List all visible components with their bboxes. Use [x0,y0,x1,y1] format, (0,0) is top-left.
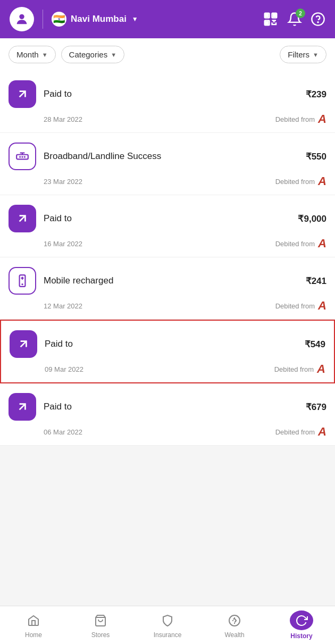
nav-item-wealth[interactable]: Wealth [201,606,268,644]
debit-info: Debited from A [275,426,326,438]
nav-item-insurance[interactable]: Insurance [134,606,201,644]
bank-logo: A [318,113,326,125]
avatar[interactable] [10,7,34,31]
debit-info: Debited from A [275,300,326,312]
categories-chevron-icon: ▼ [111,52,116,58]
debit-info: Debited from A [275,238,326,249]
location-text: Navi Mumbai [71,14,127,24]
bank-logo: A [318,300,326,312]
filter-bar: Month ▼ Categories ▼ Filters ▼ [0,38,335,71]
notification-badge: 2 [296,9,305,18]
transaction-icon [9,205,36,232]
header-divider [43,10,43,29]
transaction-icon [9,393,36,421]
transaction-amount: ₹239 [306,89,326,100]
debit-label: Debited from [275,178,315,186]
transaction-amount: ₹549 [305,339,325,350]
transaction-date: 16 Mar 2022 [44,240,82,248]
transaction-date: 09 Mar 2022 [45,365,83,373]
bank-logo: A [318,175,326,187]
svg-point-23 [229,615,240,626]
table-row[interactable]: Mobile recharged ₹241 12 Mar 2022 Debite… [0,257,335,320]
flag-icon: 🇮🇳 [52,12,66,27]
debit-label: Debited from [275,428,315,436]
nav-label-home: Home [25,631,42,639]
nav-label-insurance: Insurance [154,631,182,639]
svg-line-20 [21,341,27,347]
svg-line-9 [20,91,26,97]
transaction-title: Paid to [45,339,297,349]
table-row[interactable]: Paid to ₹239 28 Mar 2022 Debited from A [0,71,335,133]
month-label: Month [16,50,39,59]
transaction-amount: ₹241 [306,275,326,287]
transaction-title: Broadband/Landline Success [44,151,298,162]
bank-logo: A [318,238,326,249]
bottom-navigation: Home Stores Insurance Wealth [0,606,335,644]
location-chevron-icon: ▼ [132,15,138,23]
filters-chevron-icon: ▼ [313,52,319,58]
month-filter[interactable]: Month ▼ [9,46,56,63]
stores-icon [92,612,109,629]
table-row[interactable]: Paid to ₹679 06 Mar 2022 Debited from A [0,383,335,446]
categories-filter[interactable]: Categories ▼ [61,46,124,63]
svg-line-16 [20,216,26,222]
transaction-icon [10,330,37,358]
debit-label: Debited from [275,302,315,310]
app-header: 🇮🇳 Navi Mumbai ▼ 2 [0,0,335,38]
filters-label: Filters [288,50,309,59]
nav-label-history: History [290,632,312,640]
svg-rect-6 [266,22,268,24]
nav-item-stores[interactable]: Stores [67,606,134,644]
transaction-amount: ₹550 [306,151,326,162]
transaction-date: 06 Mar 2022 [44,428,82,436]
filters-button[interactable]: Filters ▼ [280,46,326,63]
transaction-title: Paid to [44,89,298,99]
nav-item-home[interactable]: Home [0,606,67,644]
bank-logo: A [318,426,326,438]
broadband-icon [9,143,36,170]
transaction-title: Mobile recharged [44,275,298,286]
location-selector[interactable]: 🇮🇳 Navi Mumbai ▼ [52,12,257,27]
svg-rect-5 [273,14,275,16]
transaction-list: Paid to ₹239 28 Mar 2022 Debited from A [0,71,335,446]
debit-info: Debited from A [274,363,325,375]
wealth-icon [226,612,243,629]
transaction-date: 12 Mar 2022 [44,302,82,310]
table-row[interactable]: Paid to ₹9,000 16 Mar 2022 Debited from … [0,195,335,257]
nav-label-wealth: Wealth [224,631,244,639]
debit-info: Debited from A [275,175,326,187]
insurance-icon [159,612,176,629]
notification-button[interactable]: 2 [287,12,302,27]
transaction-date: 28 Mar 2022 [44,115,82,123]
svg-rect-4 [266,14,268,16]
nav-label-stores: Stores [91,631,110,639]
history-icon [290,610,313,630]
table-row[interactable]: Broadband/Landline Success ₹550 23 Mar 2… [0,133,335,195]
month-chevron-icon: ▼ [42,52,48,58]
home-icon [25,612,42,629]
debit-label: Debited from [275,115,315,123]
header-actions: 2 [263,11,325,27]
transaction-amount: ₹9,000 [298,213,326,224]
debit-label: Debited from [274,365,314,373]
transaction-title: Paid to [44,402,298,412]
svg-point-0 [19,14,24,19]
table-row[interactable]: Paid to ₹549 09 Mar 2022 Debited from A [0,320,335,383]
nav-item-history[interactable]: History [268,606,335,644]
transaction-date: 23 Mar 2022 [44,178,82,186]
categories-label: Categories [69,50,108,59]
help-button[interactable] [311,12,325,27]
svg-line-21 [20,404,26,410]
bank-logo: A [317,363,325,375]
transaction-amount: ₹679 [306,402,326,413]
transaction-icon [9,80,36,108]
qr-code-button[interactable] [263,11,279,27]
debit-info: Debited from A [275,113,326,125]
debit-label: Debited from [275,240,315,248]
mobile-recharge-icon [9,267,36,295]
transaction-title: Paid to [44,213,290,224]
